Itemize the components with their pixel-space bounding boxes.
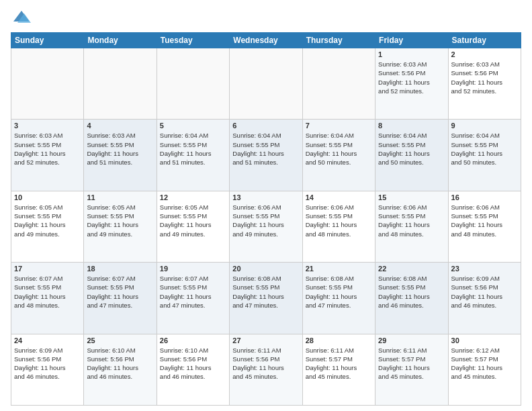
- day-cell: 9Sunrise: 6:04 AMSunset: 5:55 PMDaylight…: [448, 120, 521, 191]
- day-number: 10: [14, 193, 81, 201]
- day-number: 26: [160, 336, 226, 345]
- weekday-header-thursday: Thursday: [302, 33, 375, 48]
- week-row-1: 3Sunrise: 6:03 AMSunset: 5:55 PMDaylight…: [11, 120, 521, 191]
- day-cell: 4Sunrise: 6:03 AMSunset: 5:55 PMDaylight…: [84, 120, 157, 191]
- day-number: 16: [451, 193, 518, 201]
- day-info: Sunrise: 6:07 AMSunset: 5:55 PMDaylight:…: [160, 274, 226, 310]
- day-cell: [84, 48, 157, 120]
- logo-icon: [12, 8, 31, 27]
- day-cell: 28Sunrise: 6:11 AMSunset: 5:57 PMDayligh…: [302, 334, 375, 405]
- day-cell: [230, 48, 302, 120]
- weekday-header-tuesday: Tuesday: [157, 33, 229, 48]
- day-number: 22: [378, 265, 445, 273]
- day-cell: 24Sunrise: 6:09 AMSunset: 5:56 PMDayligh…: [11, 334, 84, 405]
- day-number: 11: [87, 193, 153, 201]
- day-info: Sunrise: 6:08 AMSunset: 5:55 PMDaylight:…: [306, 274, 372, 310]
- day-number: 30: [451, 336, 518, 345]
- calendar-table: SundayMondayTuesdayWednesdayThursdayFrid…: [11, 32, 521, 406]
- day-info: Sunrise: 6:04 AMSunset: 5:55 PMDaylight:…: [306, 131, 372, 167]
- weekday-header-saturday: Saturday: [448, 33, 521, 48]
- day-cell: 19Sunrise: 6:07 AMSunset: 5:55 PMDayligh…: [157, 263, 229, 334]
- day-cell: 22Sunrise: 6:08 AMSunset: 5:55 PMDayligh…: [375, 263, 448, 334]
- day-info: Sunrise: 6:06 AMSunset: 5:55 PMDaylight:…: [451, 203, 518, 238]
- day-number: 18: [87, 265, 153, 273]
- week-row-0: 1Sunrise: 6:03 AMSunset: 5:56 PMDaylight…: [11, 48, 521, 120]
- day-info: Sunrise: 6:09 AMSunset: 5:56 PMDaylight:…: [14, 346, 81, 381]
- day-info: Sunrise: 6:05 AMSunset: 5:55 PMDaylight:…: [87, 203, 153, 238]
- day-cell: 2Sunrise: 6:03 AMSunset: 5:56 PMDaylight…: [448, 48, 521, 120]
- day-number: 29: [378, 336, 445, 345]
- day-number: 23: [451, 265, 518, 273]
- day-cell: 6Sunrise: 6:04 AMSunset: 5:55 PMDaylight…: [230, 120, 302, 191]
- day-cell: 11Sunrise: 6:05 AMSunset: 5:55 PMDayligh…: [84, 191, 157, 262]
- day-info: Sunrise: 6:10 AMSunset: 5:56 PMDaylight:…: [87, 346, 153, 381]
- day-info: Sunrise: 6:12 AMSunset: 5:57 PMDaylight:…: [451, 346, 518, 381]
- day-cell: 20Sunrise: 6:08 AMSunset: 5:55 PMDayligh…: [230, 263, 302, 334]
- day-cell: [11, 48, 84, 120]
- weekday-header-friday: Friday: [375, 33, 448, 48]
- day-number: 27: [232, 336, 299, 345]
- day-number: 24: [14, 336, 81, 345]
- day-cell: 17Sunrise: 6:07 AMSunset: 5:55 PMDayligh…: [11, 263, 84, 334]
- day-cell: 1Sunrise: 6:03 AMSunset: 5:56 PMDaylight…: [375, 48, 448, 120]
- day-info: Sunrise: 6:05 AMSunset: 5:55 PMDaylight:…: [160, 203, 226, 238]
- day-cell: 29Sunrise: 6:11 AMSunset: 5:57 PMDayligh…: [375, 334, 448, 405]
- day-info: Sunrise: 6:08 AMSunset: 5:55 PMDaylight:…: [232, 274, 299, 310]
- weekday-header-row: SundayMondayTuesdayWednesdayThursdayFrid…: [11, 33, 521, 48]
- day-cell: [302, 48, 375, 120]
- weekday-header-monday: Monday: [84, 33, 157, 48]
- day-cell: 10Sunrise: 6:05 AMSunset: 5:55 PMDayligh…: [11, 191, 84, 262]
- weekday-header-sunday: Sunday: [11, 33, 84, 48]
- day-cell: 27Sunrise: 6:11 AMSunset: 5:56 PMDayligh…: [230, 334, 302, 405]
- day-number: 28: [306, 336, 372, 345]
- week-row-2: 10Sunrise: 6:05 AMSunset: 5:55 PMDayligh…: [11, 191, 521, 262]
- day-cell: 12Sunrise: 6:05 AMSunset: 5:55 PMDayligh…: [157, 191, 229, 262]
- day-info: Sunrise: 6:05 AMSunset: 5:55 PMDaylight:…: [14, 203, 81, 238]
- day-cell: 15Sunrise: 6:06 AMSunset: 5:55 PMDayligh…: [375, 191, 448, 262]
- day-info: Sunrise: 6:09 AMSunset: 5:56 PMDaylight:…: [451, 274, 518, 310]
- day-cell: 14Sunrise: 6:06 AMSunset: 5:55 PMDayligh…: [302, 191, 375, 262]
- day-number: 1: [378, 50, 445, 58]
- day-cell: 7Sunrise: 6:04 AMSunset: 5:55 PMDaylight…: [302, 120, 375, 191]
- day-number: 9: [451, 122, 518, 130]
- day-info: Sunrise: 6:06 AMSunset: 5:55 PMDaylight:…: [306, 203, 372, 238]
- day-cell: 30Sunrise: 6:12 AMSunset: 5:57 PMDayligh…: [448, 334, 521, 405]
- logo: [11, 11, 31, 27]
- day-info: Sunrise: 6:03 AMSunset: 5:55 PMDaylight:…: [14, 131, 81, 167]
- day-cell: 25Sunrise: 6:10 AMSunset: 5:56 PMDayligh…: [84, 334, 157, 405]
- day-cell: 23Sunrise: 6:09 AMSunset: 5:56 PMDayligh…: [448, 263, 521, 334]
- day-number: 15: [378, 193, 445, 201]
- day-info: Sunrise: 6:07 AMSunset: 5:55 PMDaylight:…: [87, 274, 153, 310]
- day-info: Sunrise: 6:03 AMSunset: 5:55 PMDaylight:…: [87, 131, 153, 167]
- header: [11, 11, 521, 27]
- day-info: Sunrise: 6:07 AMSunset: 5:55 PMDaylight:…: [14, 274, 81, 310]
- day-number: 8: [378, 122, 445, 130]
- day-cell: 3Sunrise: 6:03 AMSunset: 5:55 PMDaylight…: [11, 120, 84, 191]
- day-number: 3: [14, 122, 81, 130]
- day-info: Sunrise: 6:06 AMSunset: 5:55 PMDaylight:…: [232, 203, 299, 238]
- day-info: Sunrise: 6:06 AMSunset: 5:55 PMDaylight:…: [378, 203, 445, 238]
- day-info: Sunrise: 6:10 AMSunset: 5:56 PMDaylight:…: [160, 346, 226, 381]
- day-cell: 21Sunrise: 6:08 AMSunset: 5:55 PMDayligh…: [302, 263, 375, 334]
- day-number: 5: [160, 122, 226, 130]
- day-number: 13: [232, 193, 299, 201]
- day-cell: 18Sunrise: 6:07 AMSunset: 5:55 PMDayligh…: [84, 263, 157, 334]
- day-info: Sunrise: 6:11 AMSunset: 5:57 PMDaylight:…: [378, 346, 445, 381]
- day-cell: [157, 48, 229, 120]
- day-number: 6: [232, 122, 299, 130]
- day-info: Sunrise: 6:03 AMSunset: 5:56 PMDaylight:…: [378, 60, 445, 95]
- day-info: Sunrise: 6:04 AMSunset: 5:55 PMDaylight:…: [160, 131, 226, 167]
- weekday-header-wednesday: Wednesday: [230, 33, 302, 48]
- day-number: 7: [306, 122, 372, 130]
- week-row-3: 17Sunrise: 6:07 AMSunset: 5:55 PMDayligh…: [11, 263, 521, 334]
- page: SundayMondayTuesdayWednesdayThursdayFrid…: [0, 0, 532, 411]
- day-info: Sunrise: 6:04 AMSunset: 5:55 PMDaylight:…: [451, 131, 518, 167]
- day-info: Sunrise: 6:08 AMSunset: 5:55 PMDaylight:…: [378, 274, 445, 310]
- day-number: 4: [87, 122, 153, 130]
- day-cell: 5Sunrise: 6:04 AMSunset: 5:55 PMDaylight…: [157, 120, 229, 191]
- day-cell: 13Sunrise: 6:06 AMSunset: 5:55 PMDayligh…: [230, 191, 302, 262]
- day-number: 19: [160, 265, 226, 273]
- day-info: Sunrise: 6:11 AMSunset: 5:56 PMDaylight:…: [232, 346, 299, 381]
- day-number: 20: [232, 265, 299, 273]
- day-info: Sunrise: 6:04 AMSunset: 5:55 PMDaylight:…: [232, 131, 299, 167]
